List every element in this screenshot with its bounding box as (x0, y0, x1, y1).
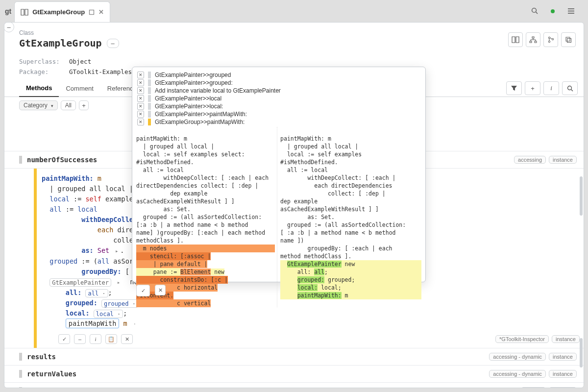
current-keyword-input[interactable]: paintMapWith (66, 318, 120, 328)
info-button[interactable]: i (90, 334, 101, 344)
class-name: GtExampleGroup (19, 37, 102, 49)
svg-rect-8 (535, 41, 537, 43)
window-tab[interactable]: GtExampleGroup ✕ (14, 1, 110, 22)
method-name: returnValues (27, 370, 76, 378)
meta-package-value[interactable]: GToolkit-Examples (69, 68, 132, 75)
change-row[interactable]: ✕GtExamplePainter>>grouped (136, 71, 421, 79)
method-tag[interactable]: instance (549, 370, 577, 378)
svg-rect-13 (567, 39, 571, 43)
discard-change-icon[interactable]: ✕ (137, 111, 144, 118)
discard-change-icon[interactable]: ✕ (137, 72, 144, 78)
diff-right[interactable]: paintMapWith: m | grouped all local | lo… (280, 127, 421, 307)
method-row[interactable]: returnValues accessing - dynamic instanc… (4, 365, 584, 382)
tab-methods[interactable]: Methods (19, 80, 59, 97)
change-row[interactable]: ✕GtExamplePainter>>local: (136, 102, 421, 110)
book-icon[interactable] (508, 32, 523, 47)
method-name: runAll (27, 387, 52, 388)
svg-point-10 (548, 41, 550, 42)
inline-value[interactable]: local · (94, 310, 123, 318)
top-bar: gt GtExampleGroup ✕ (0, 0, 588, 22)
change-row[interactable]: ✕GtExampleGroup>>paintMapWith: (136, 118, 421, 126)
svg-rect-12 (566, 37, 570, 41)
discard-change-icon[interactable]: ✕ (137, 119, 144, 125)
editor-toolbar: ✓ – i 📋 ✕ *GToolkit-Inspector instance (37, 332, 584, 348)
all-filter[interactable]: All (61, 100, 76, 110)
svg-line-15 (571, 89, 573, 91)
change-row[interactable]: ✕GtExamplePainter>>grouped: (136, 79, 421, 87)
accept-button[interactable]: ✓ (58, 334, 70, 344)
meta-superclass-label: Superclass: (19, 58, 58, 65)
diff-view: paintMapWith: m | grouped all local | lo… (132, 127, 425, 311)
svg-point-11 (552, 38, 553, 40)
scrollbar[interactable] (580, 152, 583, 382)
method-name: numberOfSuccesses (27, 156, 97, 164)
method-tag[interactable]: actions (521, 387, 546, 388)
changes-popup: ✕GtExamplePainter>>grouped ✕GtExamplePai… (132, 67, 426, 282)
method-tag[interactable]: instance (549, 353, 577, 361)
hamburger-icon[interactable] (564, 5, 577, 18)
add-filter-button[interactable]: + (79, 100, 89, 110)
search-in-tab-icon[interactable] (562, 81, 578, 95)
svg-rect-0 (90, 10, 94, 14)
tab-title: GtExampleGroup (32, 8, 85, 16)
inline-value[interactable]: all · (85, 289, 108, 297)
apply-changes-button[interactable]: ✓ (136, 285, 150, 296)
info-button[interactable]: i (543, 81, 559, 95)
class-collapse-button[interactable]: – (107, 39, 119, 48)
method-tag[interactable]: *GToolkit-Inspector (495, 335, 549, 343)
status-bar-icon (19, 156, 22, 164)
close-tab-icon[interactable]: ✕ (98, 8, 104, 16)
book-icon (21, 9, 28, 16)
method-name: results (27, 353, 56, 361)
svg-line-2 (536, 12, 538, 14)
discard-change-icon[interactable]: ✕ (137, 79, 144, 86)
tab-comment[interactable]: Comment (59, 80, 100, 97)
method-tag[interactable]: accessing - dynamic (489, 353, 546, 361)
copy-icon[interactable] (561, 32, 576, 47)
clipboard-button[interactable]: 📋 (105, 334, 117, 344)
change-row[interactable]: ✕GtExamplePainter>>local (136, 95, 421, 102)
method-tag[interactable]: accessing - dynamic (489, 370, 546, 378)
remove-button[interactable]: – (74, 334, 86, 344)
method-tag[interactable]: accessing (514, 156, 546, 164)
change-row[interactable]: ✕GtExamplePainter>>paintMapWith: (136, 110, 421, 118)
maximize-icon[interactable] (89, 9, 95, 15)
svg-rect-6 (532, 37, 534, 38)
category-filter[interactable]: Category (19, 100, 58, 110)
discard-change-icon[interactable]: ✕ (137, 103, 144, 110)
add-button[interactable]: + (525, 81, 540, 95)
diff-left[interactable]: paintMapWith: m | grouped all local | lo… (136, 127, 277, 307)
class-tool-icons (508, 32, 576, 47)
filter-icon[interactable] (506, 81, 522, 95)
change-row[interactable]: ✕Add instance variable local to GtExampl… (136, 87, 421, 95)
status-dot-icon (551, 9, 555, 13)
method-tag[interactable]: instance (549, 387, 577, 388)
method-tag[interactable]: instance (549, 156, 577, 164)
class-kind-label: Class (19, 29, 572, 36)
meta-package-label: Package: (19, 68, 58, 75)
cancel-button[interactable]: ✕ (121, 334, 133, 344)
class-reference[interactable]: GtExamplePainter (49, 278, 111, 287)
popup-change-list: ✕GtExamplePainter>>grouped ✕GtExamplePai… (132, 67, 425, 127)
method-tag[interactable]: instance (552, 335, 580, 343)
discard-change-icon[interactable]: ✕ (137, 95, 144, 102)
svg-rect-7 (530, 41, 532, 43)
method-row[interactable]: runAll actions instance (4, 382, 584, 388)
hierarchy-icon[interactable] (526, 32, 540, 47)
method-row[interactable]: results accessing - dynamic instance (4, 348, 584, 365)
meta-superclass-value[interactable]: Object (69, 58, 91, 65)
svg-point-14 (567, 86, 571, 90)
branch-icon[interactable] (543, 32, 558, 47)
discard-change-icon[interactable]: ✕ (137, 87, 144, 94)
close-popup-button[interactable]: ✕ (155, 285, 166, 295)
search-icon[interactable] (528, 5, 541, 18)
svg-point-1 (532, 8, 536, 13)
svg-point-9 (548, 37, 550, 38)
app-logo: gt (5, 7, 11, 15)
top-right (528, 5, 586, 18)
workspace-panel: – Class GtExampleGroup – Superclass: Obj (4, 22, 584, 388)
